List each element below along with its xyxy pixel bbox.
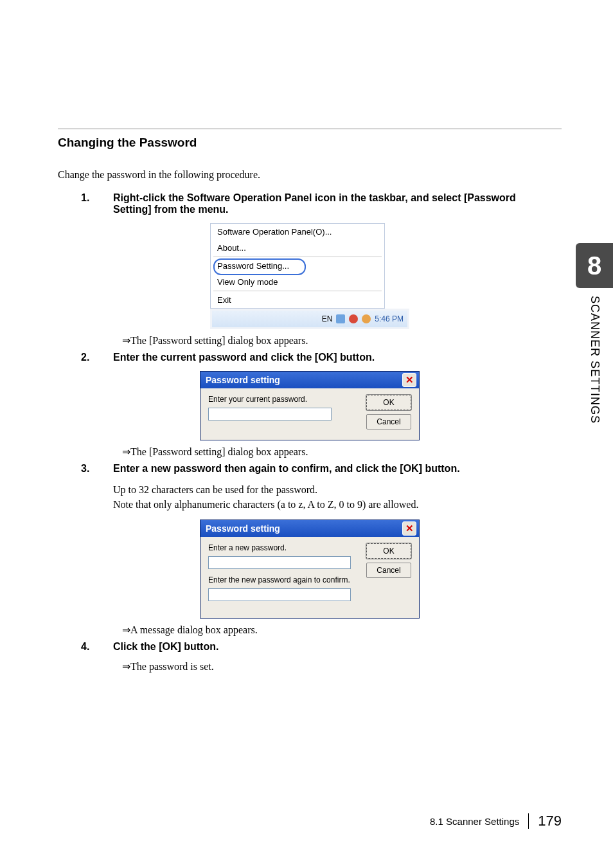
dialog2-title: Password setting xyxy=(206,523,280,534)
tray-icon-3 xyxy=(362,314,371,323)
step-number-1: 1. xyxy=(58,192,113,204)
step-text-4: Click the [OK] button. xyxy=(113,641,531,653)
step-number-2: 2. xyxy=(58,352,113,363)
dialog-current-password: Password setting ✕ Enter your current pa… xyxy=(200,371,420,440)
ctx-item-password-setting[interactable]: Password Setting... xyxy=(211,258,384,274)
footer-section: 8.1 Scanner Settings xyxy=(430,816,519,827)
dialog2-label-1: Enter a new password. xyxy=(208,543,359,552)
dialog-new-password: Password setting ✕ Enter a new password.… xyxy=(200,520,420,619)
step2-result: ⇒The [Password setting] dialog box appea… xyxy=(122,446,562,458)
section-title: Changing the Password xyxy=(58,136,562,150)
top-rule xyxy=(58,129,562,129)
dialog2-new-password-input[interactable] xyxy=(208,556,351,569)
tray-icon-2 xyxy=(349,314,358,323)
tray-clock: 5:46 PM xyxy=(375,314,404,323)
step3-body-line2: Note that only alphanumeric characters (… xyxy=(113,497,562,512)
ok-button[interactable]: OK xyxy=(366,543,411,559)
context-menu-figure: Software Operation Panel(O)... About... … xyxy=(210,223,385,309)
taskbar-figure: EN 5:46 PM xyxy=(210,309,409,329)
dialog1-password-input[interactable] xyxy=(208,408,332,420)
ctx-item-about[interactable]: About... xyxy=(211,240,384,256)
step-text-1: Right-click the Software Operation Panel… xyxy=(113,192,531,215)
close-icon[interactable]: ✕ xyxy=(402,521,416,536)
dialog1-title: Password setting xyxy=(206,375,280,385)
step1-result: ⇒The [Password setting] dialog box appea… xyxy=(122,334,562,347)
dialog1-label: Enter your current password. xyxy=(208,395,359,404)
close-icon[interactable]: ✕ xyxy=(402,373,416,387)
step-number-3: 3. xyxy=(58,463,113,475)
cancel-button[interactable]: Cancel xyxy=(366,563,411,578)
tray-lang-indicator: EN xyxy=(322,314,333,323)
tray-icon-1 xyxy=(336,314,345,323)
footer-divider xyxy=(528,813,529,829)
dialog2-confirm-password-input[interactable] xyxy=(208,588,351,601)
page-footer: 8.1 Scanner Settings 179 xyxy=(430,813,562,829)
ctx-sep-1 xyxy=(213,257,382,257)
step4-result: ⇒The password is set. xyxy=(122,660,562,673)
ctx-item-exit[interactable]: Exit xyxy=(211,292,384,308)
step3-body-line1: Up to 32 characters can be used for the … xyxy=(113,482,562,497)
intro-text: Change the password in the following pro… xyxy=(58,169,562,181)
ctx-item-sop[interactable]: Software Operation Panel(O)... xyxy=(211,224,384,240)
step-number-4: 4. xyxy=(58,641,113,653)
dialog2-label-2: Enter the new password again to confirm. xyxy=(208,575,359,584)
cancel-button[interactable]: Cancel xyxy=(366,414,411,429)
ctx-sep-2 xyxy=(213,291,382,291)
step3-result: ⇒A message dialog box appears. xyxy=(122,624,562,636)
ctx-item-view-only[interactable]: View Only mode xyxy=(211,274,384,290)
footer-page-number: 179 xyxy=(538,813,562,829)
step-text-3: Enter a new password then again to confi… xyxy=(113,463,531,475)
ok-button[interactable]: OK xyxy=(366,395,411,410)
step-text-2: Enter the current password and click the… xyxy=(113,352,531,363)
